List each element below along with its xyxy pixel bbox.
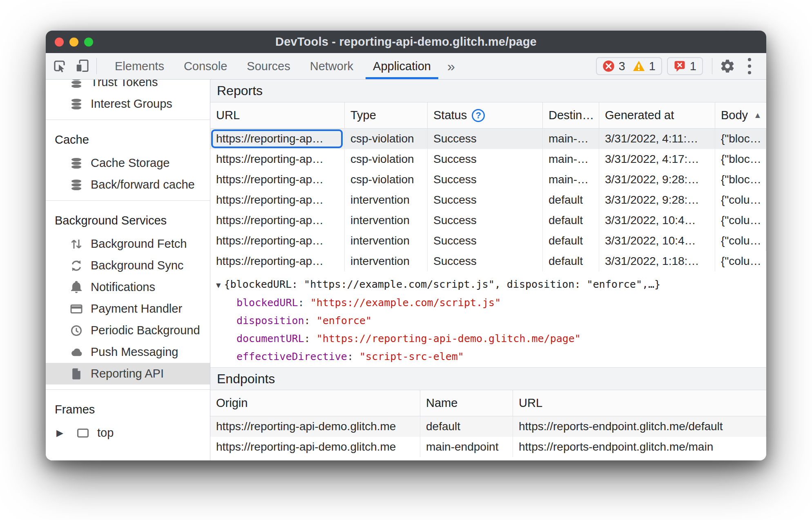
report-cell-generated[interactable]: 3/31/2022, 4:11:… bbox=[599, 129, 715, 149]
column-header-type[interactable]: Type bbox=[345, 102, 428, 129]
endpoints-section-header: Endpoints bbox=[210, 367, 766, 390]
status-help-icon[interactable]: ? bbox=[472, 109, 485, 122]
tab-sources[interactable]: Sources bbox=[237, 53, 300, 79]
devtools-toolbar: ElementsConsoleSourcesNetworkApplication… bbox=[46, 53, 766, 80]
inspect-element-icon[interactable] bbox=[48, 53, 71, 79]
more-tabs-icon[interactable]: » bbox=[441, 53, 462, 79]
sidebar-item-payment-handler[interactable]: Payment Handler bbox=[46, 298, 210, 320]
report-cell-url[interactable]: https://reporting-ap… bbox=[210, 210, 345, 231]
sidebar-item-reporting-api[interactable]: Reporting API bbox=[46, 363, 210, 384]
report-cell-url[interactable]: https://reporting-ap… bbox=[210, 190, 345, 210]
endpoint-cell-name[interactable]: default bbox=[420, 416, 513, 437]
endpoint-cell-url[interactable]: https://reports-endpoint.glitch.me/defau… bbox=[513, 416, 766, 437]
report-cell-status[interactable]: Success bbox=[428, 251, 543, 271]
sidebar-item-background-fetch[interactable]: Background Fetch bbox=[46, 233, 210, 255]
column-header-generated-at[interactable]: Generated at bbox=[599, 102, 715, 129]
report-cell-type[interactable]: intervention bbox=[345, 231, 428, 251]
report-cell-destination[interactable]: main-… bbox=[543, 149, 599, 169]
column-header-name[interactable]: Name bbox=[420, 390, 513, 416]
sidebar-item-trust-tokens[interactable]: Trust Tokens bbox=[46, 80, 210, 93]
column-header-endpoint-url[interactable]: URL bbox=[513, 390, 766, 416]
reports-table: URL Type Status ? Destin… Generated at B… bbox=[210, 102, 766, 271]
sidebar-item-label: Notifications bbox=[91, 280, 155, 294]
settings-gear-icon[interactable] bbox=[716, 53, 738, 80]
report-cell-status[interactable]: Success bbox=[428, 231, 543, 251]
disclosure-triangle-icon[interactable]: ▼ bbox=[216, 280, 221, 289]
report-cell-generated[interactable]: 3/31/2022, 1:18:… bbox=[599, 251, 715, 271]
report-cell-generated[interactable]: 3/31/2022, 10:4… bbox=[599, 231, 715, 251]
close-window-button[interactable] bbox=[55, 38, 64, 47]
report-cell-url[interactable]: https://reporting-ap… bbox=[210, 149, 345, 169]
report-cell-destination[interactable]: main-… bbox=[543, 129, 599, 149]
report-cell-generated[interactable]: 3/31/2022, 10:4… bbox=[599, 210, 715, 231]
sidebar-item-background-sync[interactable]: Background Sync bbox=[46, 255, 210, 276]
report-cell-type[interactable]: csp-violation bbox=[345, 129, 428, 149]
error-count: 3 bbox=[619, 60, 625, 73]
report-cell-body[interactable]: {"bloc… bbox=[715, 149, 766, 169]
report-cell-status[interactable]: Success bbox=[428, 129, 543, 149]
sidebar-item-label: Cache Storage bbox=[91, 156, 170, 170]
sidebar-section-title: Cache bbox=[46, 122, 210, 152]
report-cell-destination[interactable]: default bbox=[543, 210, 599, 231]
report-cell-body[interactable]: {"bloc… bbox=[715, 169, 766, 190]
report-cell-url[interactable]: https://reporting-ap… bbox=[210, 169, 345, 190]
device-toolbar-icon[interactable] bbox=[71, 53, 94, 79]
report-cell-body[interactable]: {"colu… bbox=[715, 251, 766, 271]
more-options-kebab-icon[interactable] bbox=[738, 53, 761, 80]
database-icon bbox=[69, 178, 83, 192]
column-header-body[interactable]: Body ▲ bbox=[715, 102, 766, 129]
report-cell-type[interactable]: intervention bbox=[345, 210, 428, 231]
report-cell-status[interactable]: Success bbox=[428, 210, 543, 231]
report-cell-destination[interactable]: default bbox=[543, 231, 599, 251]
console-status-button[interactable]: 3 1 bbox=[596, 57, 662, 75]
endpoint-cell-name[interactable]: main-endpoint bbox=[420, 437, 513, 457]
zoom-window-button[interactable] bbox=[84, 38, 93, 47]
report-cell-generated[interactable]: 3/31/2022, 9:28:… bbox=[599, 190, 715, 210]
column-header-status[interactable]: Status ? bbox=[428, 102, 543, 129]
tab-application[interactable]: Application bbox=[363, 53, 441, 79]
sidebar-item-push-messaging[interactable]: Push Messaging bbox=[46, 341, 210, 363]
report-cell-destination[interactable]: main-… bbox=[543, 169, 599, 190]
report-cell-type[interactable]: csp-violation bbox=[345, 169, 428, 190]
endpoint-cell-origin[interactable]: https://reporting-api-demo.glitch.me bbox=[210, 416, 420, 437]
report-cell-status[interactable]: Success bbox=[428, 169, 543, 190]
json-key: effectiveDirective bbox=[236, 351, 347, 362]
column-header-origin[interactable]: Origin bbox=[210, 390, 420, 416]
tab-network[interactable]: Network bbox=[300, 53, 363, 79]
sidebar-item-interest-groups[interactable]: Interest Groups bbox=[46, 93, 210, 115]
report-cell-type[interactable]: intervention bbox=[345, 190, 428, 210]
tab-elements[interactable]: Elements bbox=[105, 53, 174, 79]
sidebar-item-top[interactable]: ▶top bbox=[46, 422, 210, 444]
report-cell-url[interactable]: https://reporting-ap… bbox=[210, 231, 345, 251]
sidebar-item-notifications[interactable]: Notifications bbox=[46, 276, 210, 298]
json-colon: : bbox=[304, 333, 317, 344]
minimize-window-button[interactable] bbox=[69, 38, 78, 47]
column-header-url[interactable]: URL bbox=[210, 102, 345, 129]
report-cell-status[interactable]: Success bbox=[428, 190, 543, 210]
expander-collapsed-icon[interactable]: ▶ bbox=[56, 428, 69, 438]
report-cell-destination[interactable]: default bbox=[543, 190, 599, 210]
sidebar-item-cache-storage[interactable]: Cache Storage bbox=[46, 152, 210, 174]
report-cell-type[interactable]: intervention bbox=[345, 251, 428, 271]
endpoint-cell-url[interactable]: https://reports-endpoint.glitch.me/main bbox=[513, 437, 766, 457]
report-cell-generated[interactable]: 3/31/2022, 4:17:… bbox=[599, 149, 715, 169]
report-cell-url[interactable]: https://reporting-ap… bbox=[210, 251, 345, 271]
sidebar-item-back-forward-cache[interactable]: Back/forward cache bbox=[46, 174, 210, 196]
tab-console[interactable]: Console bbox=[174, 53, 237, 79]
report-cell-destination[interactable]: default bbox=[543, 251, 599, 271]
endpoint-cell-origin[interactable]: https://reporting-api-demo.glitch.me bbox=[210, 437, 420, 457]
report-cell-generated[interactable]: 3/31/2022, 9:28:… bbox=[599, 169, 715, 190]
issues-button[interactable]: 1 bbox=[667, 57, 703, 75]
report-cell-body[interactable]: {"colu… bbox=[715, 231, 766, 251]
report-cell-body[interactable]: {"colu… bbox=[715, 190, 766, 210]
report-cell-url[interactable]: https://reporting-ap… bbox=[210, 129, 345, 149]
window-title: DevTools - reporting-api-demo.glitch.me/… bbox=[46, 35, 766, 49]
column-header-destination[interactable]: Destin… bbox=[543, 102, 599, 129]
report-cell-type[interactable]: csp-violation bbox=[345, 149, 428, 169]
report-cell-status[interactable]: Success bbox=[428, 149, 543, 169]
sidebar-item-periodic-background[interactable]: Periodic Background bbox=[46, 320, 210, 341]
json-colon: : bbox=[304, 315, 317, 327]
report-cell-body[interactable]: {"bloc… bbox=[715, 129, 766, 149]
database-icon bbox=[69, 80, 83, 89]
report-cell-body[interactable]: {"colu… bbox=[715, 210, 766, 231]
